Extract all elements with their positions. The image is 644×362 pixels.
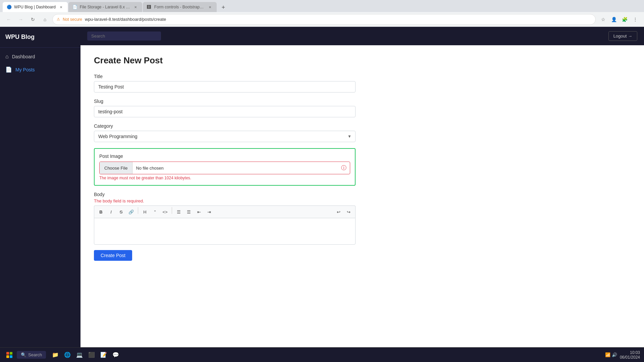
sidebar-item-dashboard[interactable]: ⌂ Dashboard (0, 50, 80, 63)
toolbar-bold[interactable]: B (96, 207, 106, 217)
title-input[interactable] (94, 81, 356, 93)
category-label: Category (94, 123, 631, 129)
nav-actions: ☆ 👤 🧩 ⋮ (598, 15, 640, 24)
home-button[interactable]: ⌂ (40, 15, 50, 24)
settings-icon[interactable]: ⋮ (631, 15, 640, 24)
url-display: wpu-laravel-8.test/dashboard/posts/creat… (85, 17, 166, 22)
win-logo-blue (10, 355, 12, 358)
sidebar-brand: WPU Blog (0, 27, 80, 48)
taskbar-browser[interactable]: 🌐 (62, 350, 73, 360)
slug-label: Slug (94, 99, 631, 104)
taskbar-system-icons: 📶 🔊 (605, 352, 617, 357)
post-image-label: Post Image (99, 154, 350, 159)
toolbar-strikethrough[interactable]: S (116, 207, 126, 217)
security-indicator: ⚠ (57, 17, 60, 21)
topbar-search-input[interactable] (87, 32, 161, 41)
profile-icon[interactable]: 👤 (609, 15, 619, 24)
toolbar-link[interactable]: 🔗 (126, 207, 136, 217)
taskbar-search-icon: 🔍 (21, 352, 26, 357)
new-tab-button[interactable]: + (219, 3, 228, 12)
tab-favicon-2: 📄 (72, 5, 77, 9)
dashboard-icon: ⌂ (5, 54, 9, 60)
back-button[interactable]: ← (4, 15, 13, 24)
taskbar: 🔍 Search 📁 🌐 💻 ⬛ 📝 💬 📶 🔊 10:03 06/01/202… (0, 347, 644, 362)
file-error-icon: ⓘ (338, 165, 350, 172)
taskbar-date: 06/01/2024 (620, 355, 640, 360)
page-title: Create New Post (94, 55, 631, 66)
taskbar-volume: 🔊 (612, 352, 617, 357)
tab-title-1: WPU Blog | Dashboard (14, 5, 56, 9)
content-area: Create New Post Title Slug Category (80, 45, 644, 271)
image-error-text: The image must not be greater than 1024 … (99, 176, 350, 180)
toolbar-heading[interactable]: H (140, 207, 150, 217)
tab-close-2[interactable]: ✕ (133, 4, 138, 10)
tab-title-3: Form controls - Bootstrap v5.3 (154, 5, 205, 9)
tab-wpu-blog[interactable]: 🔵 WPU Blog | Dashboard ✕ (3, 2, 68, 12)
toolbar-right: ↩ ↪ (334, 207, 353, 217)
windows-logo (6, 352, 12, 358)
forward-button[interactable]: → (16, 15, 25, 24)
taskbar-files[interactable]: 📁 (50, 350, 61, 360)
file-name-display: No file chosen (132, 166, 338, 171)
post-image-section: Post Image Choose File No file chosen ⓘ … (94, 148, 356, 186)
sidebar-item-label-dashboard: Dashboard (12, 54, 35, 59)
toolbar-italic[interactable]: I (106, 207, 116, 217)
taskbar-icons: 📁 🌐 💻 ⬛ 📝 💬 (50, 350, 121, 360)
tab-file-storage[interactable]: 📄 File Storage - Laravel 8.x - The... ✕ (68, 2, 142, 12)
slug-input[interactable] (94, 106, 356, 117)
tab-close-3[interactable]: ✕ (207, 4, 213, 10)
taskbar-chat[interactable]: 💬 (110, 350, 121, 360)
bookmark-star[interactable]: ☆ (598, 15, 608, 24)
toolbar-quote[interactable]: " (150, 207, 160, 217)
choose-file-button[interactable]: Choose File (100, 162, 132, 174)
category-select[interactable]: Web Programming Mobile Development Datab… (94, 131, 356, 142)
taskbar-search[interactable]: 🔍 Search (17, 351, 46, 359)
tab-close-1[interactable]: ✕ (58, 4, 64, 10)
windows-start-button[interactable] (4, 350, 15, 360)
body-label: Body (94, 192, 356, 197)
editor-body[interactable] (94, 218, 356, 245)
taskbar-word[interactable]: 📝 (98, 350, 109, 360)
reload-button[interactable]: ↻ (28, 15, 38, 24)
toolbar-divider-1 (138, 207, 138, 214)
tab-bootstrap[interactable]: 🅱 Form controls - Bootstrap v5.3 ✕ (143, 2, 217, 12)
create-post-button[interactable]: Create Post (94, 250, 132, 261)
main-content: Logout → Create New Post Title Slug Cate… (80, 27, 644, 347)
toolbar-ul[interactable]: ☰ (174, 207, 183, 217)
toolbar-redo[interactable]: ↪ (344, 207, 353, 217)
taskbar-time: 10:03 (620, 350, 640, 355)
editor-toolbar: B I S 🔗 H " <> ☰ ☰ ⇤ ⇥ (94, 205, 356, 218)
tab-title-2: File Storage - Laravel 8.x - The... (80, 5, 130, 9)
browser-nav: ← → ↻ ⌂ ⚠ Not secure wpu-laravel-8.test/… (0, 12, 644, 27)
toolbar-indent-left[interactable]: ⇤ (194, 207, 204, 217)
logout-button[interactable]: Logout → (608, 31, 637, 41)
top-bar: Logout → (80, 27, 644, 45)
posts-icon: 📄 (5, 66, 12, 73)
extensions-icon[interactable]: 🧩 (620, 15, 629, 24)
taskbar-right: 📶 🔊 10:03 06/01/2024 (605, 350, 640, 360)
toolbar-indent-right[interactable]: ⇥ (204, 207, 214, 217)
toolbar-ol[interactable]: ☰ (184, 207, 194, 217)
taskbar-terminal[interactable]: ⬛ (86, 350, 97, 360)
app-layout: WPU Blog ⌂ Dashboard 📄 My Posts Logout → (0, 27, 644, 347)
sidebar-item-label-posts: My Posts (15, 67, 35, 72)
win-logo-green (10, 352, 12, 355)
address-bar[interactable]: ⚠ Not secure wpu-laravel-8.test/dashboar… (52, 14, 596, 25)
file-input-wrapper: Choose File No file chosen ⓘ (99, 162, 350, 174)
category-select-wrapper: Web Programming Mobile Development Datab… (94, 131, 356, 142)
title-label: Title (94, 74, 631, 79)
taskbar-search-label: Search (28, 352, 42, 357)
body-section: Body The body field is required. B I S 🔗… (94, 192, 356, 245)
taskbar-code[interactable]: 💻 (74, 350, 85, 360)
body-error-text: The body field is required. (94, 198, 356, 203)
sidebar-item-my-posts[interactable]: 📄 My Posts (0, 63, 80, 76)
win-logo-red (6, 352, 9, 355)
win-logo-yellow (6, 355, 9, 358)
sidebar-nav: ⌂ Dashboard 📄 My Posts (0, 48, 80, 79)
toolbar-divider-2 (172, 207, 172, 214)
slug-group: Slug (94, 99, 631, 117)
toolbar-code[interactable]: <> (160, 207, 170, 217)
browser-titlebar: 🔵 WPU Blog | Dashboard ✕ 📄 File Storage … (0, 0, 644, 12)
toolbar-undo[interactable]: ↩ (334, 207, 343, 217)
tab-favicon-3: 🅱 (147, 5, 152, 9)
